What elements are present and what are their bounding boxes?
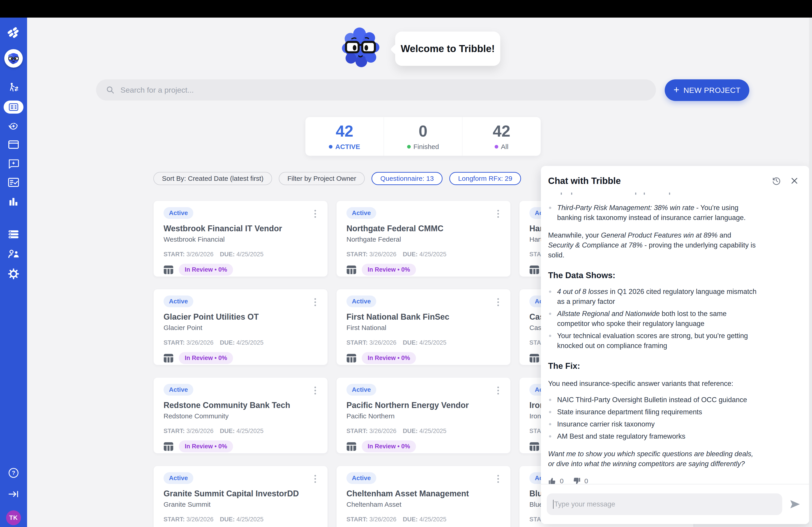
- user-initials: TK: [6, 510, 21, 525]
- chat-input-bar: Type your message: [541, 484, 809, 524]
- review-progress-pill: In Review • 0%: [362, 264, 416, 276]
- project-search-input[interactable]: Search for a project...: [96, 79, 656, 101]
- stat-active[interactable]: 42 ACTIVE: [305, 117, 384, 156]
- project-card[interactable]: Active Pacific Northern Energy Vendor Pa…: [336, 377, 511, 453]
- project-client: Northgate Federal: [346, 236, 501, 243]
- sidebar: ? TK: [0, 18, 27, 527]
- project-dates: START: 3/26/2026DUE: 4/25/2025: [346, 251, 501, 258]
- chat-message-input[interactable]: Type your message: [547, 493, 782, 515]
- chat-bullet-item: 4 out of 8 losses in Q1 2026 cited regul…: [548, 287, 757, 306]
- stat-all[interactable]: 42 All: [462, 117, 541, 156]
- search-placeholder: Search for a project...: [120, 86, 194, 94]
- project-title: Pacific Northern Energy Vendor: [346, 401, 501, 410]
- project-title: First National Bank FinSec: [346, 312, 501, 322]
- review-progress-pill: In Review • 0%: [362, 440, 416, 452]
- tribble-logo-icon: [0, 26, 27, 39]
- sidebar-item-review-forms[interactable]: [0, 178, 27, 187]
- chat-history-icon[interactable]: [770, 175, 783, 187]
- stat-active-label: ACTIVE: [335, 143, 360, 151]
- project-client: Pacific Northern: [346, 412, 501, 420]
- active-dot-icon: [329, 145, 332, 149]
- status-badge: Active: [346, 207, 376, 219]
- chat-header: Chat with Tribble: [541, 166, 809, 187]
- chat-bullet-item: Allstate Regional and Nationwide both lo…: [548, 309, 757, 329]
- questionnaire-type-icon: [163, 265, 173, 274]
- project-client: Granite Summit: [163, 501, 318, 508]
- sidebar-item-team[interactable]: [0, 249, 27, 258]
- chat-bullet-list: NAIC Third-Party Oversight Bulletin inst…: [548, 395, 757, 441]
- questionnaire-chip[interactable]: Questionnaire: 13: [372, 172, 443, 185]
- status-badge: Active: [163, 207, 193, 219]
- project-title: Cheltenham Asset Management: [346, 489, 501, 498]
- chat-bullet-item: State insurance department filing requir…: [548, 407, 757, 417]
- card-menu-icon[interactable]: [312, 387, 318, 394]
- mascot-avatar[interactable]: [0, 49, 27, 67]
- chat-bullet-item: NAIC Third-Party Oversight Bulletin inst…: [548, 395, 757, 405]
- project-card[interactable]: Active Cheltenham Asset Management Chelt…: [336, 466, 511, 527]
- project-card[interactable]: Active Granite Summit Capital InvestorDD…: [154, 466, 328, 527]
- new-project-label: NEW PROJECT: [683, 86, 740, 95]
- stat-finished-label: Finished: [414, 143, 439, 151]
- project-card[interactable]: Active Redstone Community Bank Tech Reds…: [154, 377, 328, 453]
- card-menu-icon[interactable]: [312, 210, 318, 218]
- questionnaire-type-icon: [530, 265, 539, 274]
- sidebar-item-projects[interactable]: [0, 101, 27, 114]
- plus-icon: +: [673, 85, 679, 95]
- page-scrollbar[interactable]: [809, 18, 812, 527]
- sidebar-item-sync[interactable]: [0, 120, 27, 132]
- chat-bullet-list: 4 out of 8 losses in Q1 2026 cited regul…: [548, 287, 757, 351]
- sidebar-item-content-library[interactable]: [0, 230, 27, 239]
- project-card[interactable]: Active Northgate Federal CMMC Northgate …: [336, 201, 511, 277]
- help-icon[interactable]: ?: [0, 467, 27, 478]
- status-badge: Active: [163, 384, 193, 395]
- project-dates: START: 3/26/2026DUE: 4/25/2025: [163, 427, 318, 435]
- stat-finished[interactable]: 0 Finished: [384, 117, 462, 156]
- project-card[interactable]: Active First National Bank FinSec First …: [336, 289, 511, 365]
- chat-bullet-item: AM Best and state regulatory frameworks: [548, 432, 757, 441]
- search-icon: [106, 86, 115, 94]
- card-menu-icon[interactable]: [495, 387, 502, 394]
- user-avatar[interactable]: TK: [0, 510, 27, 525]
- longform-rfx-chip[interactable]: Longform RFx: 29: [449, 172, 521, 185]
- project-client: Redstone Community: [163, 412, 318, 420]
- card-menu-icon[interactable]: [312, 298, 318, 306]
- card-menu-icon[interactable]: [495, 475, 502, 483]
- questionnaire-type-icon: [163, 353, 173, 363]
- project-card[interactable]: Active Westbrook Financial IT Vendor Wes…: [154, 201, 328, 277]
- welcome-text: Welcome to Tribble!: [401, 43, 495, 54]
- card-menu-icon[interactable]: [312, 475, 318, 483]
- chat-bullet-item: Your technical evaluation scores are str…: [548, 331, 757, 351]
- questionnaire-type-icon: [163, 442, 173, 451]
- stat-all-value: 42: [493, 122, 510, 140]
- review-progress-pill: In Review • 0%: [179, 440, 233, 452]
- project-title: Westbrook Financial IT Vendor: [163, 224, 318, 233]
- questionnaire-type-icon: [346, 353, 357, 363]
- collapse-sidebar-icon[interactable]: [0, 490, 27, 498]
- questionnaire-type-icon: [530, 353, 539, 363]
- review-progress-pill: In Review • 0%: [179, 264, 233, 276]
- chat-title: Chat with Tribble: [548, 176, 764, 186]
- filter-owner-chip[interactable]: Filter by Project Owner: [279, 172, 365, 185]
- clipped-scrolled-text: [561, 193, 757, 197]
- new-project-button[interactable]: + NEW PROJECT: [665, 79, 749, 101]
- review-progress-pill: In Review • 0%: [362, 352, 416, 364]
- filter-bar: Sort By: Created Date (latest first) Fil…: [154, 172, 521, 185]
- project-card[interactable]: Active Glacier Point Utilities OT Glacie…: [154, 289, 328, 365]
- card-menu-icon[interactable]: [495, 210, 502, 218]
- card-menu-icon[interactable]: [495, 298, 502, 306]
- sidebar-item-calendar[interactable]: [0, 139, 27, 149]
- project-dates: START: 3/26/2026DUE: 4/25/2025: [346, 427, 501, 435]
- send-message-icon[interactable]: [790, 500, 800, 509]
- text-cursor: [553, 500, 553, 509]
- chat-section-heading: The Data Shows:: [548, 270, 757, 281]
- stat-finished-value: 0: [419, 122, 427, 140]
- chat-close-icon[interactable]: [788, 175, 800, 187]
- project-client: First National: [346, 324, 501, 332]
- project-title: Glacier Point Utilities OT: [163, 312, 318, 322]
- project-dates: START: 3/26/2026DUE: 4/25/2025: [346, 339, 501, 346]
- sidebar-item-settings[interactable]: [0, 268, 27, 280]
- sidebar-item-analytics[interactable]: [0, 197, 27, 207]
- sidebar-item-handoff[interactable]: [0, 82, 27, 93]
- sort-by-chip[interactable]: Sort By: Created Date (latest first): [154, 172, 272, 185]
- sidebar-item-chat-assist[interactable]: [0, 159, 27, 169]
